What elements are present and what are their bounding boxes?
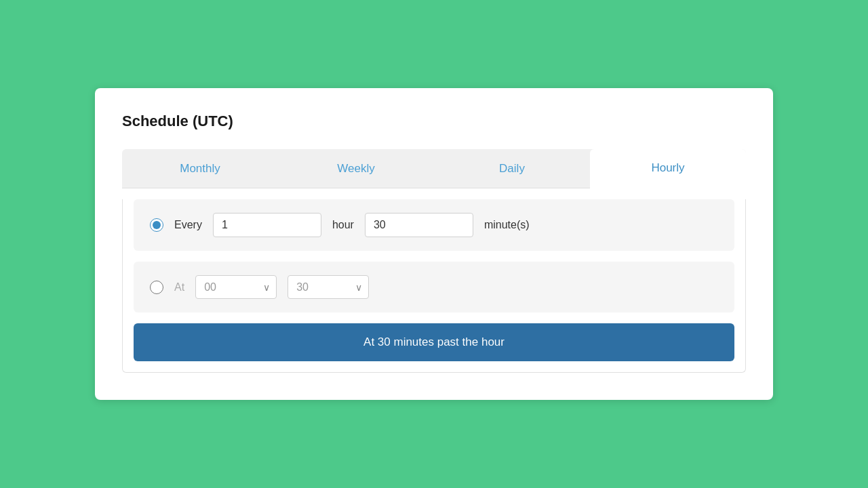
content-area: Every hour minute(s) At 00 01 02 03 04 0… — [122, 199, 746, 373]
schedule-card: Schedule (UTC) Monthly Weekly Daily Hour… — [95, 88, 773, 400]
minute-count-input[interactable] — [365, 213, 473, 237]
tab-daily[interactable]: Daily — [434, 149, 590, 188]
at-radio[interactable] — [150, 281, 163, 294]
tab-hourly[interactable]: Hourly — [590, 149, 746, 188]
at-option-row: At 00 01 02 03 04 05 06 07 08 09 10 11 1… — [134, 262, 734, 312]
every-label: Every — [174, 219, 202, 231]
minute-label: minute(s) — [484, 219, 530, 231]
card-title: Schedule (UTC) — [122, 113, 746, 130]
at-hour-select[interactable]: 00 01 02 03 04 05 06 07 08 09 10 11 12 1… — [195, 275, 277, 299]
tabs-container: Monthly Weekly Daily Hourly — [122, 149, 746, 188]
at-label: At — [174, 281, 184, 293]
summary-bar: At 30 minutes past the hour — [134, 323, 734, 361]
at-minute-select[interactable]: 00 05 10 15 20 25 30 35 40 45 50 55 — [288, 275, 369, 299]
hour-label: hour — [332, 219, 354, 231]
every-option-row: Every hour minute(s) — [134, 199, 734, 251]
every-radio[interactable] — [150, 218, 163, 232]
hour-count-input[interactable] — [213, 213, 321, 237]
tab-monthly[interactable]: Monthly — [122, 149, 278, 188]
tab-weekly[interactable]: Weekly — [278, 149, 434, 188]
at-minute-wrapper: 00 05 10 15 20 25 30 35 40 45 50 55 ∨ — [288, 275, 369, 299]
at-hour-wrapper: 00 01 02 03 04 05 06 07 08 09 10 11 12 1… — [195, 275, 277, 299]
